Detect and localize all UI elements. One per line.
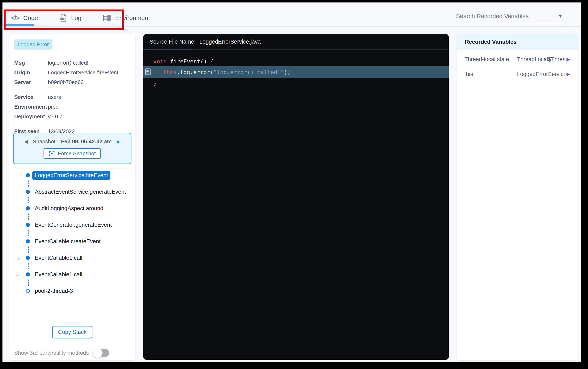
stack-frame[interactable]: EventGenerator.generateEvent (14, 221, 130, 229)
variable-name: this (464, 71, 517, 77)
stack-connector (27, 246, 29, 254)
snapshot-timestamp: Feb 09, 05:42:32 am (61, 138, 112, 145)
snapshot-next-button[interactable]: ▶ (116, 139, 121, 144)
variable-name: Thread-local state (464, 56, 517, 62)
toggle-label: Show 3rd party/utility methods (14, 350, 89, 356)
field-environment: Environment prod (14, 102, 130, 112)
code-block: void fireEvent() { this.log.error("log.e… (143, 56, 449, 88)
code-line-highlighted: this.log.error("log.error() called!"); (143, 66, 449, 78)
code-line: } (143, 78, 449, 88)
search-placeholder: Search Recorded Variables (456, 13, 529, 20)
field-service: Service users (14, 92, 130, 102)
third-party-toggle[interactable] (93, 349, 109, 357)
stack-connector (27, 278, 29, 287)
stack-frame[interactable]: → EventCallable1.call (14, 254, 130, 262)
editor-tab-indicator (143, 49, 193, 50)
thread-dot-icon (24, 289, 32, 293)
expand-arrow-icon[interactable]: ▶ (565, 71, 570, 77)
code-icon: </> (11, 14, 19, 22)
error-details-panel: Logged Error Msg log.error() called! Ori… (9, 34, 135, 360)
app-page: </> Code Log Environment (2, 2, 581, 362)
divider (13, 320, 131, 320)
chevron-down-icon: ▼ (558, 14, 562, 19)
logged-error-badge: Logged Error (14, 40, 52, 50)
snapshot-log-point-icon[interactable] (143, 68, 153, 76)
stack-frame[interactable]: LoggedErrorService.fireEvent (14, 171, 130, 179)
stack-connector (27, 196, 29, 204)
stack-dot-icon (24, 256, 32, 260)
tab-log[interactable]: Log (60, 14, 81, 22)
field-msg: Msg log.error() called! (14, 58, 130, 68)
call-stack-list: LoggedErrorService.fireEvent AbstractEve… (14, 171, 130, 295)
snapshot-prev-button[interactable]: ◀ (23, 139, 29, 144)
snapshot-box: ◀ Snapshot: Feb 09, 05:42:32 am ▶ Force … (13, 133, 131, 164)
stack-connector (27, 179, 29, 188)
log-icon (60, 14, 67, 22)
recorded-variables-title: Recorded Variables (457, 34, 578, 50)
tab-code-label: Code (23, 14, 38, 21)
source-file-name: LoggedErrorService.java (199, 39, 261, 45)
field-deployment: Deployment v5.0.7 (14, 112, 130, 122)
active-tab-indicator (4, 24, 34, 26)
stack-dot-icon (24, 223, 32, 227)
variable-row[interactable]: this LoggedErrorService ▶ (457, 67, 578, 82)
stack-frame[interactable]: AbstractEventService.generateEvent (14, 188, 130, 196)
tab-environment[interactable]: Environment (103, 14, 150, 22)
copy-stack-button[interactable]: Copy Stack (52, 326, 92, 338)
third-party-toggle-row: Show 3rd party/utility methods (14, 349, 109, 357)
force-snapshot-icon (49, 151, 55, 157)
stack-frame[interactable]: AuditLoggingAspect.around (14, 204, 130, 213)
stack-dot-icon (24, 173, 32, 177)
tab-log-label: Log (71, 14, 81, 21)
search-recorded-variables-dropdown[interactable]: Search Recorded Variables ▼ (456, 13, 562, 23)
variable-row[interactable]: Thread-local state ThreadLocal$ThreadL… … (457, 52, 578, 67)
recorded-variables-panel: Recorded Variables Thread-local state Th… (457, 34, 578, 360)
stack-dot-icon (24, 206, 32, 210)
stack-dot-icon (24, 190, 32, 194)
tab-code[interactable]: </> Code (11, 14, 38, 22)
entry-arrow-icon: → (14, 271, 24, 278)
snapshot-label: Snapshot: (33, 138, 57, 145)
tabbar-divider (2, 26, 581, 27)
stack-connector (27, 262, 29, 270)
environment-icon (103, 14, 111, 22)
variable-value: LoggedErrorService (517, 71, 565, 77)
entry-arrow-icon: → (14, 254, 24, 262)
variable-value: ThreadLocal$ThreadL… (517, 56, 565, 62)
field-origin: Origin LoggedErrorService.fireEvent (14, 68, 130, 77)
source-file-label: Source File Name: (150, 39, 196, 45)
stack-frame[interactable]: → EventCallable1.call (14, 270, 130, 278)
toggle-knob (93, 348, 103, 358)
stack-connector (27, 229, 29, 237)
force-snapshot-label: Force Snapshot (58, 150, 96, 157)
stack-frame-thread[interactable]: pool-2-thread-3 (14, 287, 130, 295)
editor-header: Source File Name: LoggedErrorService.jav… (143, 34, 449, 50)
force-snapshot-button[interactable]: Force Snapshot (44, 148, 101, 159)
code-line: void fireEvent() { (143, 56, 449, 66)
stack-dot-icon (24, 239, 32, 244)
expand-arrow-icon[interactable]: ▶ (565, 56, 570, 62)
stack-frame[interactable]: EventCallable.createEvent (14, 237, 130, 246)
tab-environment-label: Environment (115, 14, 150, 21)
code-editor-panel: Source File Name: LoggedErrorService.jav… (143, 34, 449, 360)
stack-connector (27, 213, 29, 221)
stack-dot-icon (24, 272, 32, 277)
field-server: Server b09d0b70ed63 (14, 77, 130, 87)
tab-bar: </> Code Log Environment (11, 11, 150, 24)
